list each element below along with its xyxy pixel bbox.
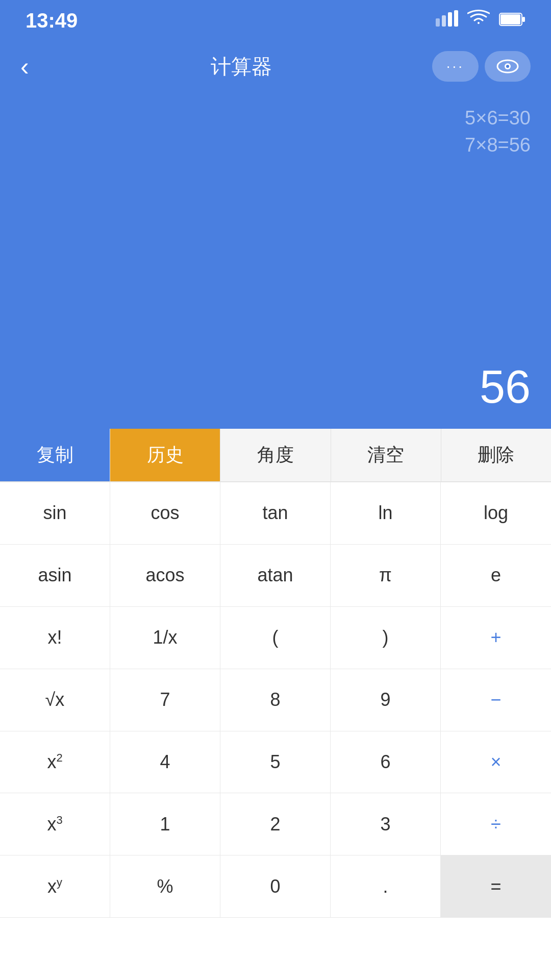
- history-line-1: 5×6=30: [465, 107, 531, 129]
- delete-button[interactable]: 删除: [441, 429, 551, 481]
- key-sin[interactable]: sin: [0, 482, 110, 545]
- key-3[interactable]: 3: [331, 793, 441, 855]
- key-asin[interactable]: asin: [0, 545, 110, 607]
- key-pi[interactable]: π: [331, 545, 441, 607]
- eye-icon: [496, 59, 519, 74]
- key-6[interactable]: 6: [331, 731, 441, 794]
- key-equals[interactable]: =: [441, 855, 551, 918]
- key-8[interactable]: 8: [220, 669, 331, 731]
- display-area: 5×6=30 7×8=56 56: [0, 92, 551, 429]
- key-9[interactable]: 9: [331, 669, 441, 731]
- key-dot[interactable]: .: [331, 855, 441, 918]
- page-title: 计算器: [51, 53, 432, 81]
- key-2[interactable]: 2: [220, 793, 331, 855]
- status-icons: [436, 10, 525, 31]
- key-multiply[interactable]: ×: [441, 731, 551, 794]
- angle-button[interactable]: 角度: [220, 429, 331, 481]
- history-button[interactable]: 历史: [110, 429, 220, 481]
- svg-rect-5: [500, 14, 520, 24]
- key-cube[interactable]: x3: [0, 793, 110, 855]
- status-time: 13:49: [26, 9, 78, 32]
- status-bar: 13:49: [0, 0, 551, 41]
- key-1[interactable]: 1: [110, 793, 220, 855]
- key-7[interactable]: 7: [110, 669, 220, 731]
- svg-rect-2: [448, 12, 452, 27]
- more-button[interactable]: ···: [432, 51, 479, 82]
- svg-point-9: [506, 65, 509, 68]
- header: ‹ 计算器 ···: [0, 41, 551, 92]
- svg-rect-0: [436, 18, 440, 27]
- action-row: 复制 历史 角度 清空 删除: [0, 429, 551, 482]
- key-acos[interactable]: acos: [110, 545, 220, 607]
- key-4[interactable]: 4: [110, 731, 220, 794]
- key-percent[interactable]: %: [110, 855, 220, 918]
- key-factorial[interactable]: x!: [0, 607, 110, 669]
- history-display: 5×6=30 7×8=56: [465, 107, 531, 156]
- key-0[interactable]: 0: [220, 855, 331, 918]
- key-5[interactable]: 5: [220, 731, 331, 794]
- battery-icon: [499, 11, 525, 30]
- key-tan[interactable]: tan: [220, 482, 331, 545]
- svg-rect-1: [442, 15, 446, 27]
- copy-button[interactable]: 复制: [0, 429, 110, 481]
- key-power[interactable]: xy: [0, 855, 110, 918]
- key-cos[interactable]: cos: [110, 482, 220, 545]
- keypad-wrapper: sin cos tan ln log asin acos atan π e x!…: [0, 482, 551, 980]
- history-line-2: 7×8=56: [465, 134, 531, 156]
- signal-icon: [436, 10, 458, 31]
- key-minus[interactable]: −: [441, 669, 551, 731]
- key-open-paren[interactable]: (: [220, 607, 331, 669]
- header-actions: ···: [432, 51, 531, 82]
- wifi-icon: [467, 10, 490, 31]
- key-divide[interactable]: ÷: [441, 793, 551, 855]
- key-reciprocal[interactable]: 1/x: [110, 607, 220, 669]
- key-plus[interactable]: +: [441, 607, 551, 669]
- current-result: 56: [480, 361, 531, 413]
- svg-rect-3: [454, 10, 458, 27]
- key-square[interactable]: x2: [0, 731, 110, 794]
- key-sqrt[interactable]: √x: [0, 669, 110, 731]
- key-log[interactable]: log: [441, 482, 551, 545]
- key-close-paren[interactable]: ): [331, 607, 441, 669]
- eye-button[interactable]: [485, 51, 531, 82]
- back-button[interactable]: ‹: [20, 52, 51, 81]
- svg-rect-6: [522, 17, 525, 22]
- clear-button[interactable]: 清空: [331, 429, 441, 481]
- key-e[interactable]: e: [441, 545, 551, 607]
- key-atan[interactable]: atan: [220, 545, 331, 607]
- keypad: sin cos tan ln log asin acos atan π e x!…: [0, 482, 551, 980]
- key-ln[interactable]: ln: [331, 482, 441, 545]
